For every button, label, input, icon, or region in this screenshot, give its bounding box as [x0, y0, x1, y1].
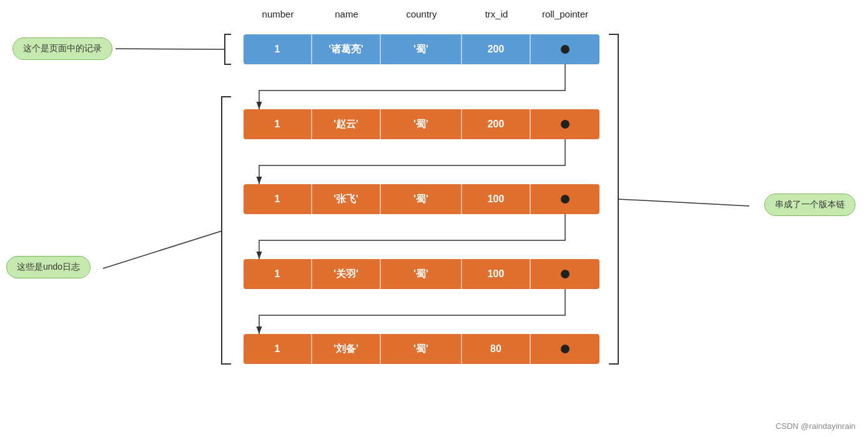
header-number: number: [244, 5, 312, 23]
diagram: number name country trx_id roll_pointer …: [0, 0, 868, 437]
bubble-version-chain: 串成了一个版本链: [764, 194, 856, 216]
undo-record-0: 1 '赵云' '蜀' 200: [244, 109, 599, 139]
page-record-roll: [531, 34, 599, 64]
diagram-lines: [0, 0, 868, 437]
undo-record-2: 1 '关羽' '蜀' 100: [244, 259, 599, 289]
bubble-undo-logs: 这些是undo日志: [6, 256, 91, 278]
page-record-number: 1: [244, 34, 312, 64]
svg-line-0: [116, 49, 225, 49]
bubble-page-record: 这个是页面中的记录: [12, 37, 112, 60]
page-record-name: '诸葛亮': [312, 34, 381, 64]
page-record-row: 1 '诸葛亮' '蜀' 200: [244, 34, 599, 64]
header-country: country: [381, 5, 462, 23]
undo-record-1: 1 '张飞' '蜀' 100: [244, 184, 599, 214]
svg-line-2: [618, 199, 749, 206]
column-headers: number name country trx_id roll_pointer: [244, 5, 599, 23]
header-name: name: [312, 5, 381, 23]
page-record-trx: 200: [462, 34, 531, 64]
svg-line-1: [103, 231, 222, 268]
watermark: CSDN @raindayinrain: [776, 421, 856, 431]
page-record-country: '蜀': [381, 34, 462, 64]
undo-record-3: 1 '刘备' '蜀' 80: [244, 334, 599, 364]
header-trx-id: trx_id: [462, 5, 531, 23]
header-roll-pointer: roll_pointer: [531, 5, 599, 23]
